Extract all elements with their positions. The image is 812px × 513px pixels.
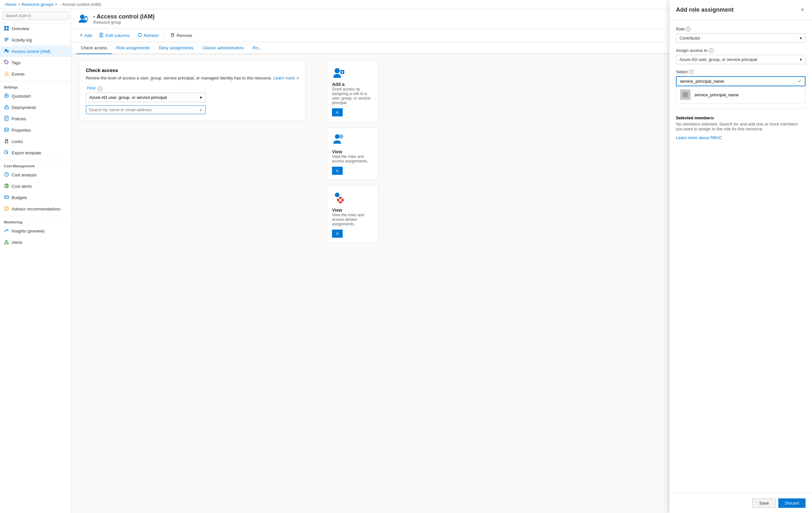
chevron-down-icon: ▾: [200, 95, 202, 100]
sidebar-item-insights[interactable]: Insights (preview): [0, 225, 71, 237]
sidebar-item-label: Export template: [12, 151, 41, 155]
sidebar-item-tags[interactable]: Tags: [0, 57, 71, 69]
assign-access-dropdown[interactable]: Azure AD user, group, or service princip…: [676, 55, 806, 64]
svg-rect-3: [7, 29, 9, 30]
tab-role-assignments[interactable]: Role assignments: [112, 42, 154, 54]
sidebar-item-access-control[interactable]: Access control (IAM): [0, 46, 71, 57]
save-button[interactable]: Save: [752, 498, 776, 508]
sidebar-item-label: Access control (IAM): [12, 49, 51, 54]
budgets-icon: [4, 194, 9, 201]
check-access-learn-more[interactable]: Learn more: [273, 76, 295, 80]
card-denied-title: View: [332, 208, 373, 213]
sidebar-item-advisor-recommendations[interactable]: Advisor recommendations: [0, 203, 71, 215]
tab-roles[interactable]: Ro...: [248, 42, 266, 54]
edit-columns-icon: [99, 33, 104, 38]
refresh-icon: [138, 33, 142, 38]
svg-rect-2: [4, 29, 6, 30]
overview-icon: [4, 26, 9, 32]
search-result-item[interactable]: service_principal_name: [676, 86, 805, 103]
sidebar-item-cost-alerts[interactable]: $ Cost alerts: [0, 181, 71, 192]
cards-container: Add a Grant access by assigning a role t…: [326, 61, 378, 243]
card-view-button[interactable]: V: [332, 167, 343, 175]
sidebar-item-activity-log[interactable]: Activity log: [0, 34, 71, 46]
tab-classic-administrators[interactable]: Classic administrators: [198, 42, 248, 54]
sidebar-item-policies[interactable]: Policies: [0, 113, 71, 125]
sidebar-item-properties[interactable]: Properties: [0, 125, 71, 136]
add-button[interactable]: + Add: [77, 31, 95, 40]
resource-header-text: - Access control (IAM) Resource group: [93, 13, 154, 25]
tab-deny-assignments[interactable]: Deny assignments: [154, 42, 198, 54]
role-value: Contributor: [679, 36, 700, 40]
check-access-section: Check access Review the level of access …: [79, 61, 306, 121]
breadcrumb-resource-groups[interactable]: Resource groups: [21, 2, 53, 7]
role-label: Role i: [676, 27, 806, 31]
result-name: service_principal_name: [694, 92, 739, 97]
sidebar-item-deployments[interactable]: Deployments: [0, 102, 71, 113]
sidebar-item-label: Cost analysis: [12, 172, 37, 178]
events-icon: [4, 71, 9, 77]
panel-close-button[interactable]: ×: [800, 5, 806, 15]
role-info-icon[interactable]: i: [686, 27, 691, 31]
select-input-container: ✓: [676, 76, 806, 86]
role-chevron-icon: ▾: [800, 36, 802, 40]
add-icon: +: [80, 32, 83, 38]
card-add-button[interactable]: A: [332, 108, 343, 116]
panel-header: Add role assignment ×: [669, 0, 812, 20]
svg-rect-1: [7, 26, 9, 28]
select-info-icon[interactable]: i: [689, 70, 693, 74]
remove-button[interactable]: Remove: [167, 31, 195, 40]
resource-header-icon: [78, 13, 89, 25]
select-input[interactable]: [680, 79, 798, 84]
learn-more-rbac-link[interactable]: Learn more about RBAC: [676, 135, 806, 140]
quickstart-icon: [4, 93, 9, 99]
remove-label: Remove: [176, 33, 192, 38]
sidebar-item-export-template[interactable]: Export template: [0, 147, 71, 159]
sidebar-item-overview[interactable]: Overview: [0, 23, 71, 34]
sidebar-search-input[interactable]: [3, 12, 68, 20]
add-role-assignment-panel: Add role assignment × Role i Contributor…: [669, 0, 812, 513]
search-input[interactable]: [89, 107, 199, 112]
svg-point-53: [335, 134, 340, 139]
svg-rect-0: [4, 26, 6, 28]
discard-button[interactable]: Discard: [778, 498, 806, 508]
advisor-icon: [4, 206, 9, 212]
assign-access-form-group: Assign access to i Azure AD user, group,…: [676, 48, 806, 64]
assign-access-info-icon[interactable]: i: [709, 48, 714, 53]
card-view-title: View: [332, 149, 373, 154]
selected-members-desc: No members selected. Search for and add …: [676, 122, 806, 131]
sidebar-item-budgets[interactable]: Budgets: [0, 192, 71, 203]
sidebar-item-quickstart[interactable]: Quickstart: [0, 90, 71, 102]
check-access-title: Check access: [86, 68, 299, 73]
svg-point-54: [339, 134, 343, 139]
svg-rect-25: [5, 141, 8, 143]
assign-access-value: Azure AD user, group, or service princip…: [679, 57, 757, 62]
check-access-description: Review the level of access a user, group…: [86, 76, 299, 80]
cost-alerts-icon: $: [4, 183, 9, 189]
sidebar-item-label: Properties: [12, 128, 31, 133]
sidebar-item-alerts[interactable]: Alerts: [0, 237, 71, 248]
find-info-icon[interactable]: i: [98, 86, 103, 91]
find-type-dropdown[interactable]: Azure AD user, group, or service princip…: [86, 93, 206, 102]
edit-columns-button[interactable]: Edit columns: [96, 31, 133, 40]
select-form-group: Select i ✓ service_principal_name: [676, 70, 806, 103]
tab-check-access[interactable]: Check access: [77, 42, 112, 54]
sidebar-item-cost-analysis[interactable]: Cost analysis: [0, 169, 71, 181]
breadcrumb-home[interactable]: Home: [5, 2, 17, 7]
card-denied-button[interactable]: V: [332, 230, 343, 238]
select-label: Select i: [676, 70, 806, 74]
sidebar-item-events[interactable]: Events: [0, 69, 71, 80]
sidebar-item-label: Policies: [12, 116, 26, 121]
edit-columns-label: Edit columns: [106, 33, 129, 38]
role-dropdown[interactable]: Contributor ▾: [676, 33, 806, 43]
access-control-icon: [4, 48, 9, 54]
policies-icon: [4, 116, 9, 122]
sidebar-item-locks[interactable]: Locks: [0, 136, 71, 147]
svg-point-13: [6, 75, 7, 75]
sidebar-item-label: Tags: [12, 60, 21, 65]
assign-access-chevron-icon: ▾: [800, 57, 802, 62]
locks-icon: [4, 138, 9, 145]
refresh-button[interactable]: Refresh: [135, 31, 162, 40]
result-avatar: [680, 89, 691, 100]
svg-rect-16: [4, 107, 8, 109]
svg-point-55: [335, 193, 340, 197]
